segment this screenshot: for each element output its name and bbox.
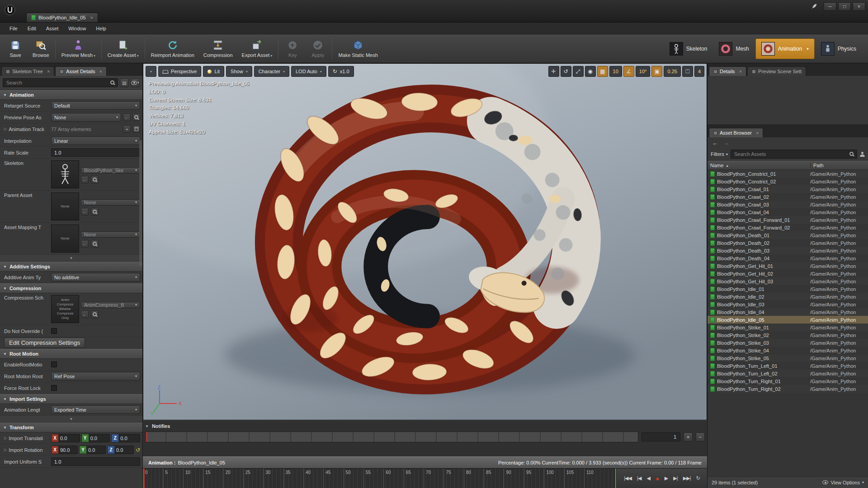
section-root-motion[interactable]: ▼Root Motion bbox=[0, 349, 142, 359]
source-control-quill-icon[interactable] bbox=[811, 3, 817, 10]
asset-row[interactable]: BloodPython_Death_04 /Game/Anim_Python bbox=[708, 254, 868, 262]
asset-row[interactable]: BloodPython_Get_Hit_01 /Game/Anim_Python bbox=[708, 262, 868, 270]
apply-button[interactable]: Apply bbox=[305, 36, 330, 62]
force-root-lock-checkbox[interactable] bbox=[51, 385, 57, 391]
column-name[interactable]: Name▲ bbox=[710, 163, 810, 168]
tab-skeleton-tree[interactable]: Skeleton Tree × bbox=[1, 66, 54, 76]
compression-scheme-thumbnail[interactable]: Anim Compress Bitwise Compress Only bbox=[51, 295, 79, 323]
asset-row[interactable]: BloodPython_Idle_05 /Game/Anim_Python bbox=[708, 316, 868, 324]
edit-compression-settings-button[interactable]: Edit Compression Settings bbox=[4, 338, 85, 348]
asset-row[interactable]: BloodPython_Crawl_Forward_02 /Game/Anim_… bbox=[708, 224, 868, 231]
notifies-header[interactable]: ▼ Notifies bbox=[145, 422, 705, 430]
expand-arrow-icon[interactable]: ▷ bbox=[4, 448, 7, 452]
step-forward-button[interactable]: ▶| bbox=[673, 475, 677, 481]
tab-close-icon[interactable]: × bbox=[99, 69, 102, 74]
tab-preview-scene-settings[interactable]: Preview Scene Sett bbox=[747, 66, 806, 76]
browse-to-asset-icon[interactable] bbox=[91, 240, 99, 248]
asset-row[interactable]: BloodPython_Crawl_Forward_01 /Game/Anim_… bbox=[708, 216, 868, 224]
menu-file[interactable]: File bbox=[5, 24, 23, 33]
minimize-button[interactable]: ─ bbox=[824, 2, 836, 11]
tab-asset-browser[interactable]: Asset Browser × bbox=[709, 128, 763, 137]
asset-row[interactable]: BloodPython_Death_03 /Game/Anim_Python bbox=[708, 247, 868, 254]
viewport-options-button[interactable]: ▾ bbox=[146, 66, 156, 77]
translation-y-input[interactable]: Y0.0 bbox=[81, 434, 110, 442]
asset-row[interactable]: BloodPython_Strike_01 /Game/Anim_Python bbox=[708, 324, 868, 331]
clear-array-trash-icon[interactable] bbox=[132, 125, 140, 133]
column-path[interactable]: Path bbox=[810, 163, 865, 168]
asset-row[interactable]: BloodPython_Constrict_01 /Game/Anim_Pyth… bbox=[708, 170, 868, 178]
parent-asset-thumbnail[interactable]: None bbox=[51, 192, 79, 221]
asset-row[interactable]: BloodPython_Turn_Right_01 /Game/Anim_Pyt… bbox=[708, 377, 868, 385]
perspective-button[interactable]: Perspective bbox=[158, 66, 201, 77]
menu-window[interactable]: Window bbox=[63, 24, 91, 33]
section-expander[interactable]: ▼ bbox=[0, 255, 142, 262]
rotation-snap-toggle-icon[interactable]: ∠ bbox=[623, 66, 634, 77]
asset-row[interactable]: BloodPython_Turn_Left_02 /Game/Anim_Pyth… bbox=[708, 370, 868, 377]
section-additive-settings[interactable]: ▼Additive Settings bbox=[0, 262, 142, 272]
show-menu-button[interactable]: Show▾ bbox=[226, 66, 252, 77]
rotation-snap-value[interactable]: 10° bbox=[636, 66, 651, 77]
developers-filter-icon[interactable] bbox=[860, 152, 865, 157]
asset-row[interactable]: BloodPython_Strike_02 /Game/Anim_Python bbox=[708, 331, 868, 339]
root-motion-root-dropdown[interactable]: Ref Pose▾ bbox=[51, 372, 140, 380]
view-options-eye-button[interactable]: ▾ bbox=[131, 78, 140, 87]
asset-row[interactable]: BloodPython_Constrict_02 /Game/Anim_Pyth… bbox=[708, 178, 868, 185]
use-selected-arrow-icon[interactable]: ← bbox=[123, 113, 131, 121]
lod-auto-button[interactable]: LOD Auto▾ bbox=[291, 66, 326, 77]
preview-pose-dropdown[interactable]: None▾ bbox=[51, 113, 121, 122]
save-button[interactable]: Save bbox=[3, 36, 28, 62]
add-element-icon[interactable]: ＋ bbox=[123, 125, 131, 133]
retarget-source-dropdown[interactable]: Default▾ bbox=[51, 101, 140, 110]
uniform-scale-input[interactable]: 1.0 bbox=[51, 457, 140, 466]
filters-button[interactable]: Filters▾ bbox=[711, 151, 728, 157]
forward-arrow-icon[interactable]: → bbox=[723, 140, 729, 146]
browse-button[interactable]: Browse bbox=[28, 36, 54, 62]
camera-speed-value[interactable]: 4 bbox=[694, 66, 704, 77]
rotation-y-input[interactable]: Y0.0 bbox=[79, 446, 106, 454]
asset-mapping-dropdown[interactable]: None▾ bbox=[81, 231, 140, 238]
parent-asset-dropdown[interactable]: None▾ bbox=[81, 199, 140, 206]
preview-mesh-button[interactable]: Preview Mesh▾ bbox=[57, 36, 100, 62]
expand-arrow-icon[interactable]: ▷ bbox=[4, 127, 7, 131]
section-expander[interactable]: ▼ bbox=[0, 416, 142, 422]
asset-row[interactable]: BloodPython_Death_02 /Game/Anim_Python bbox=[708, 239, 868, 247]
tab-close-icon[interactable]: × bbox=[47, 69, 50, 74]
reimport-animation-button[interactable]: Reimport Animation bbox=[146, 36, 199, 62]
go-to-front-button[interactable]: |◀◀ bbox=[624, 475, 632, 481]
asset-row[interactable]: BloodPython_Get_Hit_02 /Game/Anim_Python bbox=[708, 270, 868, 277]
asset-row[interactable]: BloodPython_Idle_02 /Game/Anim_Python bbox=[708, 293, 868, 300]
asset-row[interactable]: BloodPython_Crawl_03 /Game/Anim_Python bbox=[708, 201, 868, 208]
mode-physics-button[interactable]: Physics bbox=[816, 38, 862, 59]
character-menu-button[interactable]: Character▾ bbox=[254, 66, 289, 77]
asset-row[interactable]: BloodPython_Strike_03 /Game/Anim_Python bbox=[708, 339, 868, 347]
play-reverse-button[interactable]: ◀ bbox=[646, 475, 650, 481]
section-animation[interactable]: ▼Animation bbox=[0, 90, 142, 100]
skeleton-asset-thumbnail[interactable] bbox=[51, 160, 79, 188]
timeline-playhead[interactable] bbox=[143, 469, 145, 488]
section-compression[interactable]: ▼Compression bbox=[0, 283, 142, 293]
menu-help[interactable]: Help bbox=[91, 24, 111, 33]
use-selected-arrow-icon[interactable]: ← bbox=[81, 310, 89, 318]
translate-tool-icon[interactable]: ✛ bbox=[548, 66, 559, 77]
grid-snap-value[interactable]: 10 bbox=[609, 66, 622, 77]
additive-anim-dropdown[interactable]: No additive▾ bbox=[51, 273, 140, 282]
compression-button[interactable]: Compression bbox=[199, 36, 237, 62]
tab-close-icon[interactable]: × bbox=[90, 15, 93, 20]
asset-row[interactable]: BloodPython_Turn_Right_02 /Game/Anim_Pyt… bbox=[708, 385, 868, 393]
asset-row[interactable]: BloodPython_Crawl_01 /Game/Anim_Python bbox=[708, 185, 868, 193]
view-options-button[interactable]: View Options ▾ bbox=[822, 480, 864, 485]
preview-viewport[interactable]: ▾ Perspective Lit Show▾ Character▾ LOD A… bbox=[143, 63, 707, 420]
menu-edit[interactable]: Edit bbox=[23, 24, 41, 33]
section-import-settings[interactable]: ▼Import Settings bbox=[0, 394, 142, 404]
make-static-mesh-button[interactable]: Make Static Mesh bbox=[334, 36, 382, 62]
document-tab[interactable]: BloodPython_Idle_05 × bbox=[26, 13, 98, 22]
notify-track-count[interactable]: 1 bbox=[642, 432, 680, 441]
play-button[interactable]: ▶ bbox=[665, 475, 668, 481]
export-asset-button[interactable]: Export Asset▾ bbox=[237, 36, 277, 62]
camera-speed-icon[interactable]: ⏍ bbox=[682, 66, 693, 77]
use-selected-arrow-icon[interactable]: ← bbox=[81, 208, 89, 216]
create-asset-button[interactable]: Create Asset▾ bbox=[103, 36, 143, 62]
do-not-override-checkbox[interactable] bbox=[51, 328, 57, 334]
details-search-input[interactable] bbox=[3, 78, 118, 87]
timeline-ruler[interactable]: 0510152025303540455055606570758085909510… bbox=[143, 469, 617, 488]
